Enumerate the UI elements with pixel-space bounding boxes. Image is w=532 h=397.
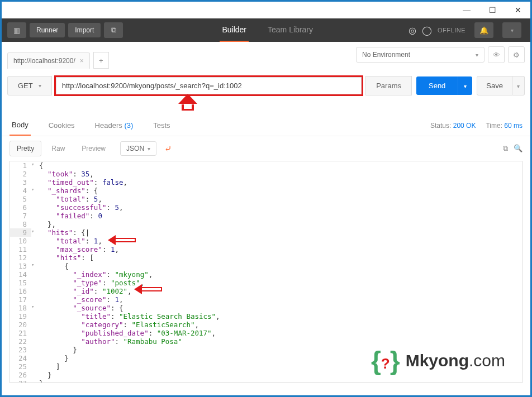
- line-number: 3: [10, 178, 31, 186]
- environment-quicklook-button[interactable]: 👁: [488, 46, 505, 63]
- window-maximize-button[interactable]: ☐: [484, 4, 500, 16]
- line-number: 20: [10, 321, 31, 329]
- request-bar: GET ▾ Params Send ▾ Save ▾: [2, 69, 530, 104]
- window-minimize-button[interactable]: —: [459, 4, 474, 16]
- line-number: 4: [10, 186, 31, 195]
- line-number: 2: [10, 170, 31, 178]
- environment-select[interactable]: No Environment ▾: [356, 47, 484, 63]
- search-button[interactable]: 🔍: [514, 144, 522, 153]
- line-number: 16: [10, 287, 31, 295]
- response-body[interactable]: 1▾{ 2 "took": 35, 3 "timed_out": false, …: [10, 161, 522, 383]
- line-number: 15: [10, 279, 31, 287]
- window-close-button[interactable]: ✕: [510, 4, 526, 16]
- brace-icon: {?}: [371, 346, 400, 376]
- search-icon: 🔍: [514, 144, 522, 152]
- raw-button[interactable]: Raw: [45, 141, 72, 156]
- url-arrow-annotation: [179, 97, 196, 113]
- bell-icon: 🔔: [479, 26, 488, 35]
- watermark-domain: .com: [469, 351, 505, 370]
- line-number: 9: [10, 228, 31, 237]
- cloud-icon[interactable]: ◯: [422, 25, 432, 36]
- line-number: 8: [10, 220, 31, 228]
- line-number: 22: [10, 337, 31, 346]
- line-number: 13: [10, 262, 31, 270]
- request-url-input[interactable]: [56, 77, 362, 94]
- toggle-sidebar-button[interactable]: ▥: [7, 22, 26, 38]
- line-number: 26: [10, 371, 31, 379]
- line-number: 21: [10, 329, 31, 337]
- chevron-down-icon: ▾: [476, 52, 478, 58]
- request-tab-title: http://localhost:9200/: [13, 57, 75, 65]
- arrow-annotation-id: [134, 285, 162, 294]
- tab-builder[interactable]: Builder: [220, 18, 249, 42]
- environment-label: No Environment: [362, 51, 410, 59]
- chevron-down-icon: ▾: [39, 83, 41, 89]
- line-number: 14: [10, 270, 31, 279]
- chevron-down-icon: ▾: [517, 83, 520, 89]
- new-window-button[interactable]: ⧉: [104, 22, 123, 38]
- line-number: 11: [10, 245, 31, 253]
- resp-tab-headers[interactable]: Headers (3): [93, 116, 136, 135]
- request-tab-bar: http://localhost:9200/ × +: [2, 52, 350, 69]
- pretty-button[interactable]: Pretty: [10, 141, 41, 156]
- format-select[interactable]: JSON ▾: [120, 141, 156, 156]
- time-label: Time:: [486, 122, 502, 130]
- status-value: 200 OK: [453, 122, 476, 130]
- line-number: 19: [10, 312, 31, 321]
- close-tab-icon[interactable]: ×: [80, 57, 84, 65]
- copy-icon: ⧉: [503, 144, 508, 152]
- response-tabs: Body Cookies Headers (3) Tests Status: 2…: [2, 115, 530, 136]
- environment-bar: No Environment ▾ 👁 ⚙: [350, 42, 530, 68]
- line-number: 23: [10, 346, 31, 354]
- tab-team-library[interactable]: Team Library: [265, 18, 315, 42]
- add-tab-button[interactable]: +: [93, 52, 109, 69]
- watermark-logo: {?} Mkyong.com: [371, 346, 505, 376]
- resp-tab-tests[interactable]: Tests: [151, 116, 172, 135]
- arrow-annotation-total: [108, 236, 136, 245]
- line-number: 24: [10, 354, 31, 362]
- chevron-down-icon: ▾: [511, 27, 514, 34]
- line-number: 18: [10, 304, 31, 312]
- chevron-down-icon: ▾: [464, 83, 467, 89]
- send-button[interactable]: Send: [416, 76, 458, 95]
- offline-label: OFFLINE: [438, 27, 466, 34]
- response-toolbar: Pretty Raw Preview JSON ▾ ⤶ ⧉ 🔍: [2, 136, 530, 161]
- line-number: 7: [10, 212, 31, 220]
- line-number: 6: [10, 203, 31, 212]
- chevron-down-icon: ▾: [148, 146, 150, 152]
- line-number: 25: [10, 362, 31, 371]
- main-toolbar: ▥ Runner Import ⧉ Builder Team Library ◎…: [2, 18, 530, 42]
- url-highlight-annotation: [54, 75, 363, 96]
- import-button[interactable]: Import: [68, 23, 101, 37]
- headers-label: Headers: [95, 121, 122, 130]
- watermark-brand: Mkyong: [406, 351, 469, 370]
- save-button[interactable]: Save: [477, 76, 512, 95]
- wrap-lines-button[interactable]: ⤶: [164, 144, 172, 154]
- response-meta: Status: 200 OK Time: 60 ms: [430, 122, 522, 130]
- line-number: 10: [10, 237, 31, 245]
- line-number: 17: [10, 295, 31, 304]
- request-tab[interactable]: http://localhost:9200/ ×: [7, 52, 90, 69]
- line-number: 5: [10, 195, 31, 203]
- window-titlebar: — ☐ ✕: [2, 2, 530, 18]
- new-window-icon: ⧉: [111, 26, 116, 35]
- resp-tab-body[interactable]: Body: [10, 115, 31, 136]
- send-dropdown-button[interactable]: ▾: [458, 76, 472, 95]
- preview-button[interactable]: Preview: [75, 141, 112, 156]
- params-button[interactable]: Params: [365, 76, 412, 95]
- line-number: 12: [10, 253, 31, 262]
- http-method-select[interactable]: GET ▾: [7, 76, 52, 95]
- sync-icon[interactable]: ◎: [408, 25, 416, 36]
- time-value: 60 ms: [504, 122, 522, 130]
- resp-tab-cookies[interactable]: Cookies: [46, 116, 77, 135]
- gear-icon: ⚙: [513, 51, 520, 59]
- runner-button[interactable]: Runner: [30, 23, 65, 37]
- copy-button[interactable]: ⧉: [503, 144, 508, 153]
- line-number: 27: [10, 379, 31, 383]
- notifications-button[interactable]: 🔔: [474, 22, 493, 38]
- environment-settings-button[interactable]: ⚙: [508, 46, 525, 63]
- dropdown-menu-button[interactable]: ▾: [502, 22, 521, 38]
- save-dropdown-button[interactable]: ▾: [512, 76, 525, 95]
- panel-icon: ▥: [13, 26, 20, 35]
- format-label: JSON: [126, 145, 144, 152]
